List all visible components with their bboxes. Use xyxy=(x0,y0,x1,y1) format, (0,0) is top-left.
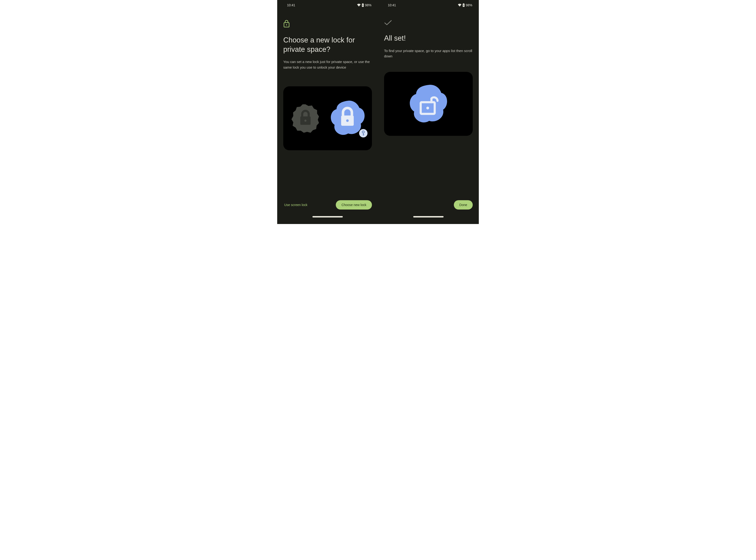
status-bar: 10:41 98% xyxy=(277,0,378,10)
wifi-icon xyxy=(458,4,461,6)
svg-point-15 xyxy=(426,107,429,109)
svg-point-5 xyxy=(304,119,306,122)
battery-icon xyxy=(362,3,364,7)
page-title: All set! xyxy=(384,34,473,43)
footer: Use screen lock Choose new lock xyxy=(277,200,378,224)
svg-point-7 xyxy=(346,119,349,122)
svg-rect-10 xyxy=(363,133,364,136)
wifi-icon xyxy=(357,4,361,6)
screen-lock-option-icon xyxy=(288,101,323,136)
footer: Done xyxy=(378,200,479,224)
choose-new-lock-button[interactable]: Choose new lock xyxy=(336,200,372,209)
svg-rect-0 xyxy=(362,3,363,4)
phone-screen-all-set: 10:41 98% All set! To find your private … xyxy=(378,0,479,224)
status-time: 10:41 xyxy=(287,3,295,7)
status-indicators: 98% xyxy=(357,3,372,7)
phone-screen-choose-lock: 10:41 98% Choose a new lock for private … xyxy=(277,0,378,224)
status-time: 10:41 xyxy=(388,3,396,7)
unlocked-icon xyxy=(406,82,451,126)
status-bar: 10:41 98% xyxy=(378,0,479,10)
nav-bar-handle[interactable] xyxy=(413,216,443,218)
svg-point-3 xyxy=(286,24,287,25)
battery-percentage: 98% xyxy=(466,3,472,7)
svg-rect-12 xyxy=(463,3,464,4)
nav-bar-handle[interactable] xyxy=(313,216,343,218)
screen-content: Choose a new lock for private space? You… xyxy=(277,10,378,224)
checkmark-icon xyxy=(384,20,473,26)
page-subtitle: To find your private space, go to your a… xyxy=(384,48,473,59)
lock-icon xyxy=(283,20,372,28)
battery-icon xyxy=(462,3,465,7)
svg-rect-11 xyxy=(363,134,364,135)
key-badge-icon xyxy=(359,129,368,138)
done-button[interactable]: Done xyxy=(454,200,473,209)
status-indicators: 98% xyxy=(458,3,472,7)
illustration-card xyxy=(384,72,473,136)
page-subtitle: You can set a new lock just for private … xyxy=(283,59,372,70)
battery-percentage: 98% xyxy=(365,3,372,7)
page-title: Choose a new lock for private space? xyxy=(283,36,372,54)
screen-content: All set! To find your private space, go … xyxy=(378,10,479,224)
use-screen-lock-button[interactable]: Use screen lock xyxy=(283,201,309,209)
new-lock-option-icon xyxy=(327,98,367,139)
illustration-card xyxy=(283,86,372,150)
